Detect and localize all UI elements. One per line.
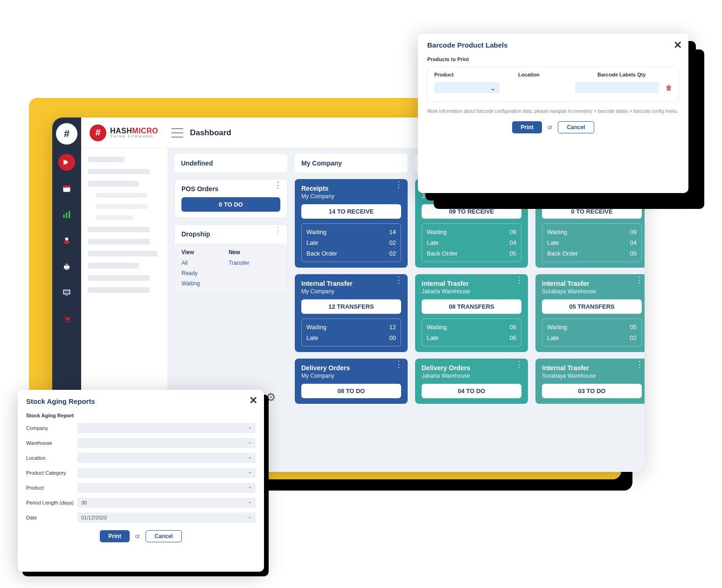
card-subtitle: My Company — [301, 193, 401, 200]
warehouse-select[interactable] — [77, 438, 256, 448]
company-select[interactable] — [77, 423, 256, 433]
printer-icon[interactable] — [58, 258, 75, 275]
stat-value: 12 — [389, 324, 396, 331]
card-action-button[interactable]: 0 TO DO — [181, 197, 280, 212]
card-delivery-orders[interactable]: ⋮ Internal Trasfer Surabaya Warehouse 03… — [535, 359, 645, 404]
card-action-button[interactable]: 12 TRANSFERS — [301, 299, 401, 314]
svg-rect-8 — [65, 263, 69, 265]
svg-rect-11 — [64, 291, 69, 294]
stat-value: 14 — [389, 228, 396, 235]
cancel-button[interactable]: Cancel — [146, 530, 181, 542]
more-icon[interactable]: ⋮ — [515, 363, 523, 366]
card-title: Internal Transfer — [301, 280, 401, 287]
stat-value: 04 — [510, 239, 516, 246]
app-logo-icon[interactable]: # — [56, 123, 77, 145]
card-stats: Waiting14 Late02 Back Order02 — [301, 223, 401, 262]
stat-value: 02 — [630, 334, 637, 341]
date-value: 01/12/2020 — [81, 515, 107, 520]
print-button[interactable]: Print — [512, 121, 542, 133]
close-icon[interactable]: ✕ — [249, 394, 257, 407]
card-action-button[interactable]: 08 TO DO — [301, 384, 401, 398]
close-icon[interactable]: ✕ — [673, 39, 682, 51]
more-icon[interactable]: ⋮ — [515, 279, 523, 281]
chart-icon[interactable] — [58, 206, 75, 223]
nav-skeleton — [96, 193, 147, 198]
stat-label: Back Order — [547, 250, 578, 257]
more-icon[interactable]: ⋮ — [395, 363, 403, 366]
svg-point-14 — [68, 321, 69, 322]
more-icon[interactable]: ⋮ — [635, 279, 644, 281]
product-select[interactable] — [434, 82, 500, 93]
qty-input[interactable] — [575, 82, 659, 93]
card-internal-transfer[interactable]: ⋮ Internal Transfer My Company 12 TRANSF… — [295, 274, 408, 352]
monitor-icon[interactable] — [58, 284, 75, 301]
more-icon[interactable]: ⋮ — [635, 363, 644, 366]
card-action-button[interactable]: 04 TO DO — [422, 384, 521, 398]
period-value: 30 — [81, 500, 87, 505]
users-icon[interactable] — [58, 232, 75, 249]
stat-value: 05 — [630, 324, 637, 331]
or-text: or — [135, 533, 140, 540]
date-select[interactable]: 01/12/2020 — [77, 512, 256, 523]
stat-value: 05 — [510, 250, 516, 257]
more-icon[interactable]: ⋮ — [395, 279, 403, 281]
card-internal-transfer[interactable]: ⋮ Internal Trasfer Jakarta Warehouse 08 … — [415, 274, 528, 352]
barcode-table: Product Location Barcode Labels Qty 🗑 — [427, 67, 679, 102]
card-action-button[interactable]: 14 TO RECEIVE — [301, 204, 401, 219]
nav-skeleton — [88, 251, 157, 256]
label-warehouse: Warehouse — [26, 440, 77, 446]
stat-label: Waiting — [306, 228, 326, 235]
card-stats: Waiting08 Late06 — [422, 318, 521, 346]
category-select[interactable] — [77, 468, 256, 478]
cancel-button[interactable]: Cancel — [558, 121, 594, 133]
view-header: View — [181, 249, 228, 257]
card-internal-transfer[interactable]: ⋮ Internal Trasfer Surabaya Warehouse 05… — [535, 274, 645, 352]
card-stats: Waiting09 Late04 Back Order05 — [422, 223, 521, 262]
cart-icon[interactable] — [58, 311, 75, 327]
nav-skeleton — [88, 239, 150, 244]
link-waiting[interactable]: Waiting — [181, 279, 228, 288]
product-select[interactable] — [77, 483, 256, 493]
svg-point-13 — [65, 321, 67, 322]
column-header: Undefined — [174, 154, 287, 173]
stat-label: Waiting — [427, 324, 447, 331]
trash-icon[interactable]: 🗑 — [666, 84, 672, 91]
card-delivery-orders[interactable]: ⋮ Delivery Orders My Company 08 TO DO — [295, 359, 408, 404]
stat-value: 04 — [630, 239, 637, 246]
barcode-row: 🗑 — [434, 82, 672, 93]
stat-label: Waiting — [306, 324, 326, 331]
stat-value: 05 — [630, 250, 637, 257]
more-icon[interactable]: ⋮ — [274, 184, 282, 187]
menu-icon[interactable] — [171, 128, 183, 138]
stat-label: Waiting — [547, 228, 567, 235]
stat-label: Late — [427, 334, 438, 341]
more-icon[interactable]: ⋮ — [274, 229, 282, 232]
print-button[interactable]: Print — [100, 530, 129, 542]
card-pos-orders[interactable]: ⋮ POS Orders 0 TO DO — [174, 179, 287, 218]
card-action-button[interactable]: 05 TRANSFERS — [542, 299, 642, 314]
card-receipts[interactable]: ⋮ Receipts My Company 14 TO RECEIVE Wait… — [295, 179, 408, 268]
label-date: Date — [26, 515, 77, 520]
link-transfer[interactable]: Transfer — [229, 258, 280, 268]
card-delivery-orders[interactable]: ⋮ Delivery Orders Jakarta Warehouse 04 T… — [415, 359, 528, 404]
footnote: More information about barcode configura… — [427, 109, 679, 114]
card-title: Internal Trasfer — [542, 280, 642, 287]
card-dropship[interactable]: ⋮ Dropship ViewNew AllTransfer Ready Wai… — [174, 224, 287, 294]
or-text: or — [548, 124, 553, 131]
period-select[interactable]: 30 — [77, 498, 256, 508]
stat-label: Waiting — [427, 228, 447, 235]
label-location: Location — [26, 455, 77, 461]
sidebar-expand-icon[interactable] — [58, 154, 75, 171]
link-all[interactable]: All — [181, 258, 228, 268]
card-action-button[interactable]: 08 TRANSFERS — [422, 299, 521, 314]
card-action-button[interactable]: 03 TO DO — [542, 384, 642, 398]
more-icon[interactable]: ⋮ — [395, 184, 403, 186]
card-stats: Waiting09 Late04 Back Order05 — [542, 223, 642, 262]
stat-label: Waiting — [547, 324, 567, 331]
location-select[interactable] — [77, 453, 256, 463]
link-ready[interactable]: Ready — [181, 269, 228, 278]
svg-rect-9 — [65, 268, 69, 270]
card-title: Internal Trasfer — [422, 280, 521, 287]
nav-skeleton — [96, 215, 133, 220]
calendar-icon[interactable] — [58, 180, 75, 197]
